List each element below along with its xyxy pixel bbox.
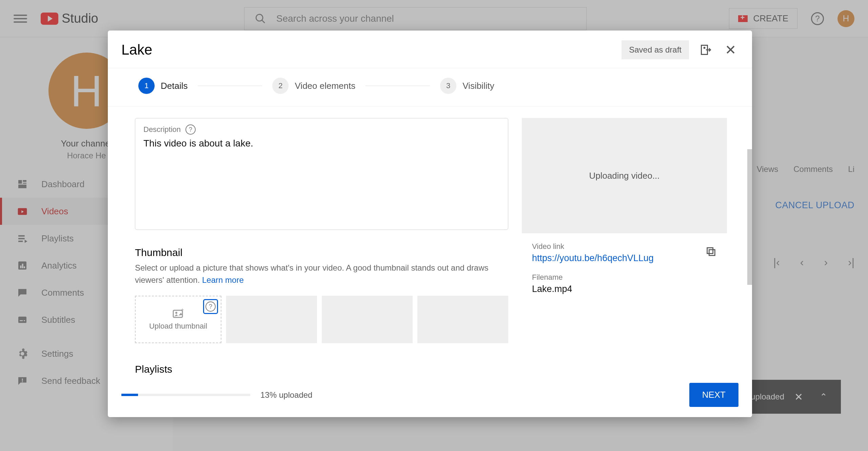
thumbnail-subtitle: Select or upload a picture that shows wh…: [135, 262, 491, 286]
upload-status: Uploading video...: [589, 171, 659, 181]
svg-rect-26: [709, 250, 715, 255]
thumbnail-title: Thumbnail: [135, 247, 508, 258]
upload-progress-label: 13% uploaded: [260, 390, 312, 400]
modal-footer: 13% uploaded NEXT: [108, 375, 752, 417]
saved-badge: Saved as draft: [622, 40, 689, 59]
filename-label: Filename: [532, 273, 717, 282]
playlists-title: Playlists: [135, 364, 508, 375]
thumbnail-slot[interactable]: [322, 296, 413, 343]
upload-progress-bar: [121, 394, 250, 396]
filename-value: Lake.mp4: [532, 284, 717, 294]
upload-thumbnail-label: Upload thumbnail: [149, 322, 207, 331]
modal-body: Description ? Thumbnail Select or upload…: [108, 106, 752, 375]
thumbnail-slot[interactable]: [226, 296, 317, 343]
help-icon[interactable]: ?: [203, 299, 218, 314]
stepper: 1 Details 2 Video elements 3 Visibility: [108, 68, 752, 106]
svg-rect-27: [707, 248, 713, 253]
step-label: Video elements: [295, 81, 355, 91]
thumbnail-slot[interactable]: [417, 296, 508, 343]
video-preview: Uploading video...: [522, 118, 727, 233]
help-icon[interactable]: ?: [185, 124, 196, 135]
svg-point-22: [704, 47, 706, 49]
step-label: Visibility: [462, 81, 494, 91]
copy-icon[interactable]: [705, 246, 717, 260]
description-label: Description: [143, 125, 181, 134]
image-plus-icon: +: [172, 308, 184, 318]
step-video-elements[interactable]: 2 Video elements: [272, 78, 355, 94]
scrollbar[interactable]: [747, 149, 752, 285]
svg-point-24: [175, 312, 177, 314]
video-meta: Video link https://youtu.be/h6qechVLLug …: [522, 233, 727, 303]
close-icon[interactable]: ✕: [723, 40, 738, 60]
next-button[interactable]: NEXT: [689, 383, 738, 407]
video-link-label: Video link: [532, 242, 654, 251]
step-number: 2: [272, 78, 289, 94]
step-number: 3: [440, 78, 456, 94]
details-column: Description ? Thumbnail Select or upload…: [135, 118, 508, 364]
step-label: Details: [161, 81, 188, 91]
thumbnail-desc-text: Select or upload a picture that shows wh…: [135, 263, 489, 285]
modal-header: Lake Saved as draft ✕: [108, 31, 752, 68]
description-input[interactable]: [143, 138, 500, 219]
step-number: 1: [138, 78, 155, 94]
video-link[interactable]: https://youtu.be/h6qechVLLug: [532, 253, 654, 263]
thumbnail-row: ? + Upload thumbnail: [135, 296, 508, 343]
preview-column: Uploading video... Video link https://yo…: [522, 118, 727, 364]
exit-icon[interactable]: [700, 44, 712, 56]
step-divider: [366, 85, 430, 86]
learn-more-link[interactable]: Learn more: [202, 275, 244, 285]
modal-title: Lake: [121, 42, 152, 58]
upload-modal: Lake Saved as draft ✕ 1 Details 2 Video …: [108, 31, 752, 417]
upload-thumbnail-button[interactable]: ? + Upload thumbnail: [135, 296, 221, 343]
step-divider: [198, 85, 262, 86]
svg-text:+: +: [181, 308, 184, 312]
description-field[interactable]: Description ?: [135, 118, 508, 230]
step-details[interactable]: 1 Details: [138, 78, 188, 94]
step-visibility[interactable]: 3 Visibility: [440, 78, 494, 94]
